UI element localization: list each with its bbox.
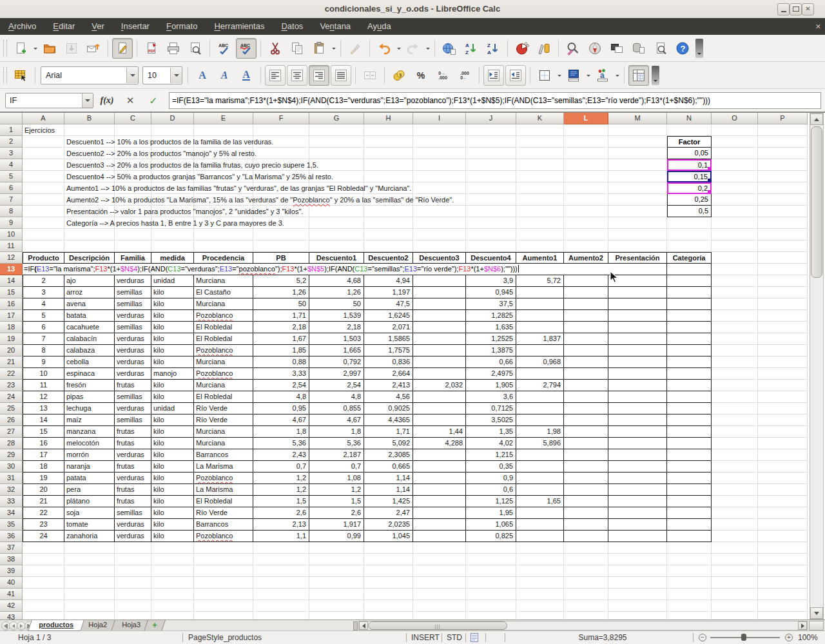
cell-A14[interactable]: 2: [23, 275, 64, 287]
row-header-11[interactable]: 11: [0, 240, 23, 252]
cell-N13[interactable]: [667, 264, 712, 275]
cell-J15[interactable]: 0,945: [466, 287, 516, 298]
cell-G25[interactable]: 0,855: [309, 403, 364, 415]
cell-H12[interactable]: Descuento2: [364, 252, 413, 264]
cell-B22[interactable]: espinaca: [64, 368, 115, 380]
cell-M32[interactable]: [608, 484, 667, 496]
cell-K14[interactable]: 5,72: [516, 275, 564, 287]
cell-D32[interactable]: kilo: [151, 484, 194, 496]
row-header-27[interactable]: 27: [0, 426, 23, 438]
row-header-22[interactable]: 22: [0, 368, 23, 380]
cell-E12[interactable]: Procedencia: [194, 252, 253, 264]
vertical-scrollbar[interactable]: [810, 113, 824, 620]
cell-L26[interactable]: [564, 415, 608, 426]
cell-J32[interactable]: 0,6: [466, 484, 516, 496]
row-header-39[interactable]: 39: [0, 565, 23, 577]
cell-N28[interactable]: [667, 438, 712, 449]
row-header-20[interactable]: 20: [0, 345, 23, 356]
undo-dropdown-icon[interactable]: [395, 39, 402, 58]
cell-J21[interactable]: 0,66: [466, 356, 516, 368]
cell-L22[interactable]: [564, 368, 608, 380]
row-header-9[interactable]: 9: [0, 217, 23, 229]
auto-spellcheck-button[interactable]: ABC: [236, 38, 257, 59]
align-left-button[interactable]: [265, 65, 286, 86]
cell-H16[interactable]: 47,5: [364, 298, 413, 310]
row-header-6[interactable]: 6: [0, 182, 23, 194]
cell-K16[interactable]: [516, 298, 564, 310]
cell-B27[interactable]: manzana: [64, 426, 115, 438]
font-name-dropdown-icon[interactable]: [126, 68, 138, 83]
row-header-21[interactable]: 21: [0, 356, 23, 368]
cell-A22[interactable]: 10: [23, 368, 64, 380]
function-wizard-button[interactable]: f(x): [98, 93, 116, 108]
sort-ascending-button[interactable]: AZ: [461, 38, 481, 59]
underline-button[interactable]: A: [236, 65, 257, 86]
cell-M22[interactable]: [608, 368, 667, 380]
cell-M29[interactable]: [608, 449, 667, 461]
row-header-29[interactable]: 29: [0, 449, 23, 461]
cell-M23[interactable]: [608, 380, 667, 391]
cell-D23[interactable]: kilo: [151, 380, 194, 391]
cell-D19[interactable]: kilo: [151, 333, 194, 345]
scroll-right-button[interactable]: [798, 621, 807, 630]
cell-B17[interactable]: batata: [64, 310, 115, 322]
cell-C25[interactable]: verduras: [115, 403, 151, 415]
cell-J24[interactable]: 3,6: [466, 391, 516, 403]
cell-G26[interactable]: 4,67: [309, 415, 364, 426]
cell-J36[interactable]: 0,825: [466, 531, 516, 542]
redo-dropdown-icon[interactable]: [424, 39, 431, 58]
cell-H36[interactable]: 1,045: [364, 531, 413, 542]
cell-I32[interactable]: [413, 484, 466, 496]
new-document-dropdown-icon[interactable]: [32, 39, 39, 58]
close-button[interactable]: ✕: [802, 3, 814, 15]
col-header-I[interactable]: I: [413, 113, 466, 124]
cell-G23[interactable]: 2,54: [309, 380, 364, 391]
cell-L24[interactable]: [564, 391, 608, 403]
cell-G20[interactable]: 1,665: [309, 345, 364, 356]
cell-L17[interactable]: [564, 310, 608, 322]
currency-button[interactable]: $: [389, 65, 409, 86]
cell-F29[interactable]: 2,43: [253, 449, 309, 461]
cell-L23[interactable]: [564, 380, 608, 391]
cell-A17[interactable]: 5: [23, 310, 64, 322]
cell-H26[interactable]: 4,4365: [364, 415, 413, 426]
toolbar-handle[interactable]: [3, 67, 7, 84]
copy-button[interactable]: [287, 38, 307, 59]
cell-E17[interactable]: Pozoblanco: [194, 310, 253, 322]
cell-E25[interactable]: Río Verde: [194, 403, 253, 415]
cell-H25[interactable]: 0,9025: [364, 403, 413, 415]
print-preview-button[interactable]: [185, 38, 206, 59]
cell-H17[interactable]: 1,6245: [364, 310, 413, 322]
cell-C17[interactable]: verduras: [115, 310, 151, 322]
spreadsheet-grid[interactable]: ABCDEFGHIJKLMNOP123456789101112131415161…: [0, 113, 825, 620]
selection-mode[interactable]: STD: [447, 631, 462, 644]
cell-K21[interactable]: 0,968: [516, 356, 564, 368]
cancel-button[interactable]: ✕: [121, 93, 139, 108]
col-header-K[interactable]: K: [516, 113, 564, 124]
cell-E35[interactable]: Barrancos: [194, 519, 253, 531]
cell-E33[interactable]: El Robledal: [194, 496, 253, 507]
cell-K32[interactable]: [516, 484, 564, 496]
cell-H21[interactable]: 0,836: [364, 356, 413, 368]
cell-A16[interactable]: 4: [23, 298, 64, 310]
cell-N4[interactable]: 0,1: [667, 159, 712, 171]
cell-K25[interactable]: [516, 403, 564, 415]
cell-G18[interactable]: 2,18: [309, 322, 364, 333]
row-header-17[interactable]: 17: [0, 310, 23, 322]
cell-N16[interactable]: [667, 298, 712, 310]
col-header-D[interactable]: D: [151, 113, 194, 124]
cell-D28[interactable]: kilo: [151, 438, 194, 449]
cell-G29[interactable]: 2,187: [309, 449, 364, 461]
cell-B5[interactable]: Descuento4 --> 50% a productos granjas "…: [66, 171, 333, 182]
cell-D16[interactable]: kilo: [151, 298, 194, 310]
cell-M35[interactable]: [608, 519, 667, 531]
cell-H32[interactable]: 1,14: [364, 484, 413, 496]
cell-M15[interactable]: [608, 287, 667, 298]
row-header-43[interactable]: 43: [0, 612, 23, 620]
merge-cells-button[interactable]: [360, 65, 380, 86]
cell-B25[interactable]: lechuga: [64, 403, 115, 415]
cell-K35[interactable]: [516, 519, 564, 531]
cell-D33[interactable]: kilo: [151, 496, 194, 507]
cell-B24[interactable]: pipas: [64, 391, 115, 403]
cell-A28[interactable]: 16: [23, 438, 64, 449]
